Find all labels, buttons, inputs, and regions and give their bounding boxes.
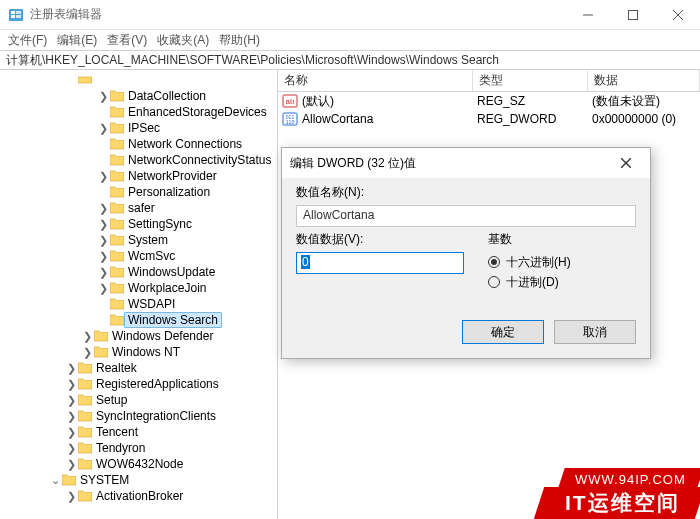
tree-node-label: NetworkProvider [128,169,217,183]
tree-node[interactable]: Network Connections [0,136,277,152]
tree-node-label: DataCollection [128,89,206,103]
svg-rect-9 [78,77,92,83]
tree-pane[interactable]: ❯DataCollectionEnhancedStorageDevices❯IP… [0,70,278,519]
tree-node-label: Personalization [128,185,210,199]
tree-node[interactable]: ⌄SYSTEM [0,472,277,488]
list-header: 名称 类型 数据 [278,70,700,92]
radio-dec[interactable]: 十进制(D) [488,272,571,292]
expand-icon[interactable]: ❯ [96,265,110,279]
tree-node[interactable]: Personalization [0,184,277,200]
tree-node[interactable]: ❯Windows Defender [0,328,277,344]
radio-dec-label: 十进制(D) [506,274,559,291]
tree-node[interactable]: ❯SettingSync [0,216,277,232]
tree-node[interactable]: EnhancedStorageDevices [0,104,277,120]
tree-node[interactable]: ❯Tendyron [0,440,277,456]
tree-node[interactable] [0,72,277,88]
value-name: (默认) [302,93,477,110]
tree-node[interactable]: Windows Search [0,312,277,328]
tree-node[interactable]: ❯NetworkProvider [0,168,277,184]
expand-icon[interactable]: ❯ [96,121,110,135]
tree-node[interactable]: ❯RegisteredApplications [0,376,277,392]
cancel-button[interactable]: 取消 [554,320,636,344]
menu-view[interactable]: 查看(V) [103,31,151,50]
expand-icon[interactable]: ❯ [64,489,78,503]
edit-dword-dialog: 编辑 DWORD (32 位)值 数值名称(N): AllowCortana 数… [281,147,651,359]
tree-node[interactable]: NetworkConnectivityStatus [0,152,277,168]
close-button[interactable] [655,0,700,30]
tree-node[interactable]: ❯Realtek [0,360,277,376]
tree-node[interactable]: ❯ActivationBroker [0,488,277,504]
collapse-icon[interactable]: ⌄ [48,473,62,487]
value-type: REG_SZ [477,94,592,108]
tree-node[interactable]: WSDAPI [0,296,277,312]
expand-icon[interactable]: ❯ [64,441,78,455]
tree-node[interactable]: ❯WindowsUpdate [0,264,277,280]
tree-node-label: Tencent [96,425,138,439]
expand-icon[interactable]: ❯ [80,329,94,343]
tree-node-label: Windows NT [112,345,180,359]
expand-icon[interactable]: ❯ [64,377,78,391]
svg-rect-2 [11,15,15,18]
expand-icon[interactable]: ❯ [96,281,110,295]
list-row[interactable]: 011110AllowCortanaREG_DWORD0x00000000 (0… [278,110,700,128]
dialog-title: 编辑 DWORD (32 位)值 [290,155,610,172]
list-row[interactable]: ab(默认)REG_SZ(数值未设置) [278,92,700,110]
tree-node-label: SettingSync [128,217,192,231]
expand-icon[interactable]: ❯ [96,89,110,103]
expand-icon[interactable]: ❯ [64,425,78,439]
expand-icon[interactable]: ❯ [80,345,94,359]
tree-node[interactable]: ❯IPSec [0,120,277,136]
address-path: 计算机\HKEY_LOCAL_MACHINE\SOFTWARE\Policies… [6,52,499,69]
ok-button[interactable]: 确定 [462,320,544,344]
column-type[interactable]: 类型 [473,70,588,91]
svg-text:ab: ab [286,97,295,106]
base-label: 基数 [488,231,571,248]
tree-node[interactable]: ❯WOW6432Node [0,456,277,472]
tree-node[interactable]: ❯WorkplaceJoin [0,280,277,296]
tree-node-label: Tendyron [96,441,145,455]
menu-favorites[interactable]: 收藏夹(A) [153,31,213,50]
radio-hex[interactable]: 十六进制(H) [488,252,571,272]
value-data-label: 数值数据(V): [296,231,466,248]
expand-icon[interactable]: ❯ [64,361,78,375]
svg-text:110: 110 [286,119,295,125]
tree-node[interactable]: ❯Windows NT [0,344,277,360]
expand-icon[interactable]: ❯ [96,169,110,183]
expand-icon[interactable]: ❯ [64,457,78,471]
address-bar[interactable]: 计算机\HKEY_LOCAL_MACHINE\SOFTWARE\Policies… [0,50,700,70]
tree-node-label: NetworkConnectivityStatus [128,153,271,167]
value-data-input[interactable]: 0 [296,252,464,274]
expand-icon[interactable]: ❯ [96,233,110,247]
minimize-button[interactable] [565,0,610,30]
column-data[interactable]: 数据 [588,70,700,91]
tree-node[interactable]: ❯DataCollection [0,88,277,104]
svg-rect-3 [16,11,21,14]
tree-node[interactable]: ❯Setup [0,392,277,408]
radio-icon [488,256,500,268]
tree-node[interactable]: ❯SyncIntegrationClients [0,408,277,424]
expand-icon[interactable]: ❯ [64,393,78,407]
tree-node-label: IPSec [128,121,160,135]
tree-node-label: ActivationBroker [96,489,183,503]
expand-icon[interactable]: ❯ [96,201,110,215]
tree-node[interactable]: ❯System [0,232,277,248]
menu-file[interactable]: 文件(F) [4,31,51,50]
value-data: (数值未设置) [592,93,700,110]
dialog-close-button[interactable] [610,149,642,177]
expand-icon[interactable]: ❯ [64,409,78,423]
tree-node[interactable]: ❯WcmSvc [0,248,277,264]
column-name[interactable]: 名称 [278,70,473,91]
expand-icon[interactable]: ❯ [96,217,110,231]
tree-node[interactable]: ❯Tencent [0,424,277,440]
value-data: 0x00000000 (0) [592,112,700,126]
radio-icon [488,276,500,288]
menu-edit[interactable]: 编辑(E) [53,31,101,50]
maximize-button[interactable] [610,0,655,30]
tree-node-label: System [128,233,168,247]
menu-help[interactable]: 帮助(H) [215,31,264,50]
tree-node-label: safer [128,201,155,215]
expand-icon[interactable]: ❯ [96,249,110,263]
value-name-input[interactable]: AllowCortana [296,205,636,227]
window-title: 注册表编辑器 [30,6,565,23]
tree-node[interactable]: ❯safer [0,200,277,216]
